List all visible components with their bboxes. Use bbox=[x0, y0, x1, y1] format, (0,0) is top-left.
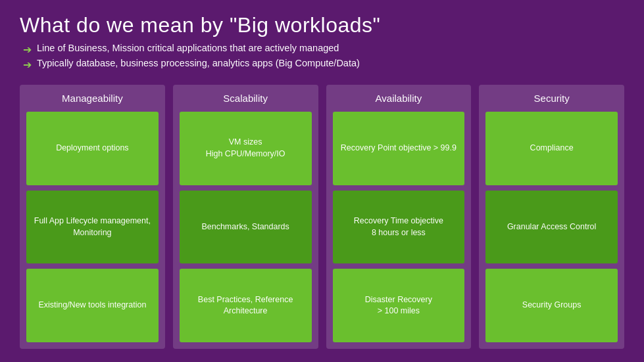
card-deployment-options: Deployment options bbox=[26, 112, 159, 185]
card-vm-sizes: VM sizes High CPU/Memory/IO bbox=[180, 112, 312, 185]
page-title: What do we mean by "Big workloads" bbox=[20, 13, 624, 37]
bullet-arrow-1: ➔ bbox=[23, 43, 32, 56]
card-best-practices: Best Practices, Reference Architecture bbox=[180, 269, 312, 342]
column-header-availability: Availability bbox=[333, 93, 465, 104]
card-recovery-point: Recovery Point objective > 99.9 bbox=[333, 112, 465, 185]
columns-container: Manageability Deployment options Full Ap… bbox=[20, 85, 624, 349]
column-availability: Availability Recovery Point objective > … bbox=[326, 85, 472, 349]
card-disaster-recovery: Disaster Recovery > 100 miles bbox=[333, 269, 465, 342]
card-compliance: Compliance bbox=[485, 112, 618, 185]
column-scalability: Scalability VM sizes High CPU/Memory/IO … bbox=[173, 85, 318, 349]
card-lifecycle-management: Full App Lifecycle management, Monitorin… bbox=[26, 191, 159, 264]
card-recovery-time: Recovery Time objective 8 hours or less bbox=[333, 191, 465, 264]
bullets-container: ➔ Line of Business, Mission critical app… bbox=[23, 43, 624, 73]
bullet-item-1: ➔ Line of Business, Mission critical app… bbox=[23, 43, 624, 56]
column-header-manageability: Manageability bbox=[26, 93, 159, 104]
column-header-security: Security bbox=[485, 93, 618, 104]
card-benchmarks: Benchmarks, Standards bbox=[180, 191, 312, 264]
bullet-text-2: Typically database, business processing,… bbox=[37, 58, 360, 68]
column-header-scalability: Scalability bbox=[180, 93, 312, 104]
card-existing-tools: Existing/New tools integration bbox=[26, 269, 159, 342]
bullet-item-2: ➔ Typically database, business processin… bbox=[23, 58, 624, 71]
bullet-text-1: Line of Business, Mission critical appli… bbox=[37, 43, 339, 53]
card-granular-access: Granular Access Control bbox=[485, 191, 618, 264]
bullet-arrow-2: ➔ bbox=[23, 58, 32, 71]
page-wrapper: What do we mean by "Big workloads" ➔ Lin… bbox=[0, 0, 644, 362]
column-manageability: Manageability Deployment options Full Ap… bbox=[20, 85, 165, 349]
column-security: Security Compliance Granular Access Cont… bbox=[479, 85, 624, 349]
card-security-groups: Security Groups bbox=[485, 269, 618, 342]
